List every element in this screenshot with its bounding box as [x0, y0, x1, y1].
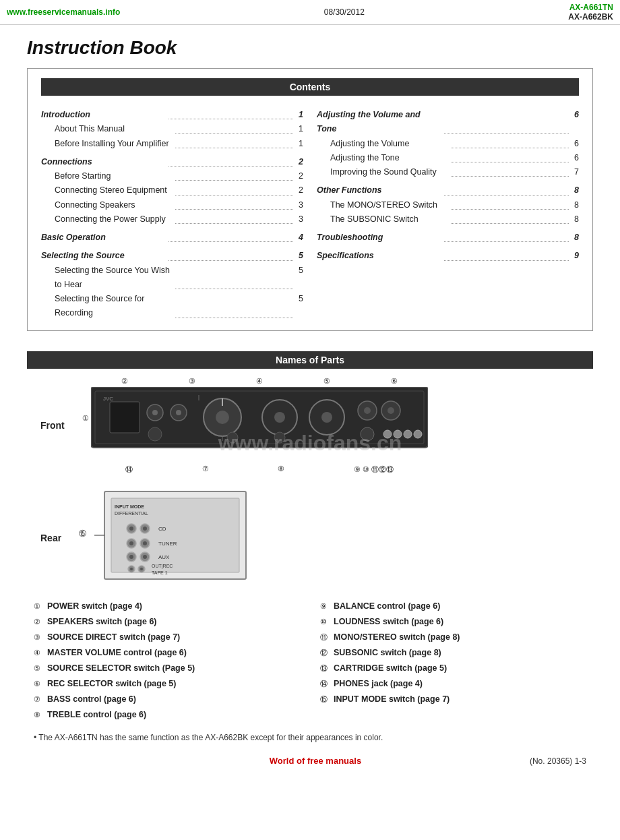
- toc-item: Before Starting2: [41, 169, 303, 183]
- svg-text:AUX: AUX: [158, 554, 170, 560]
- header-right: AX-A661TN AX-A662BK: [568, 3, 613, 22]
- toc-item: Connecting Stereo Equipment2: [41, 183, 303, 198]
- footer-note: • The AX-A661TN has the same function as…: [34, 733, 586, 742]
- svg-point-14: [321, 412, 332, 423]
- toc-item: Other Functions8: [317, 183, 579, 198]
- page-number: (No. 20365) 1-3: [530, 756, 586, 766]
- footer-area: • The AX-A661TN has the same function as…: [27, 733, 593, 771]
- svg-point-20: [383, 430, 392, 438]
- part-item: ⑭PHONES jack (page 4): [320, 676, 586, 692]
- toc-item: Adjusting the Tone6: [317, 151, 579, 165]
- toc-item: Adjusting the Volume and Tone6: [317, 108, 579, 137]
- toc-item: Selecting the Source for Recording5: [41, 292, 303, 321]
- toc-item: Before Installing Your Amplifier1: [41, 137, 303, 151]
- svg-point-44: [129, 555, 133, 559]
- toc-item: Connecting the Power Supply3: [41, 212, 303, 227]
- toc-item: Connections2: [41, 155, 303, 169]
- part-item: ①POWER switch (page 4): [34, 599, 300, 614]
- svg-point-7: [176, 410, 181, 415]
- parts-list: ①POWER switch (page 4)②SPEAKERS switch (…: [27, 599, 593, 723]
- header-bar: www.freeservicemanuals.info 08/30/2012 A…: [0, 0, 620, 25]
- footer-bottom: World of free manuals (No. 20365) 1-3: [34, 756, 586, 771]
- svg-point-12: [274, 412, 285, 423]
- toc-item: About This Manual1: [41, 122, 303, 136]
- model-line2: AX-A662BK: [568, 12, 613, 22]
- left-url: www.freeservicemanuals.info: [7, 7, 120, 17]
- part-item: ④MASTER VOLUME control (page 6): [34, 645, 300, 661]
- toc-right-col: Adjusting the Volume and Tone6Adjusting …: [317, 104, 579, 321]
- parts-section: Names of Parts www.radiofans.cn Front ② …: [27, 351, 593, 771]
- toc-item: Improving the Sound Quality7: [317, 165, 579, 179]
- model-line1: AX-A661TN: [568, 3, 613, 12]
- toc-item: Introduction1: [41, 108, 303, 122]
- svg-text:TUNER: TUNER: [158, 541, 177, 547]
- parts-right-col: ⑨BALANCE control (page 6)⑩LOUDNESS switc…: [320, 599, 586, 723]
- svg-point-24: [148, 427, 162, 441]
- page-title: Instruction Book: [27, 37, 593, 59]
- parts-header: Names of Parts: [27, 351, 593, 369]
- rear-diagram-area: Rear ⑮ INPUT MODE DIFFERENTIAL: [40, 488, 593, 588]
- svg-text:INPUT MODE: INPUT MODE: [115, 504, 144, 509]
- top-labels: ② ③ ④ ⑤ ⑥: [91, 377, 428, 386]
- toc-item: Basic Operation4: [41, 231, 303, 245]
- svg-point-39: [129, 541, 133, 545]
- svg-point-34: [129, 527, 133, 531]
- part-item: ⑨BALANCE control (page 6): [320, 599, 586, 614]
- toc-item: Selecting the Source You Wish to Hear5: [41, 264, 303, 293]
- parts-columns: ①POWER switch (page 4)②SPEAKERS switch (…: [34, 599, 586, 723]
- svg-point-49: [130, 568, 133, 570]
- toc-item: Specifications9: [317, 249, 579, 263]
- front-diagram-area: Front ② ③ ④ ⑤ ⑥: [40, 377, 593, 475]
- svg-point-21: [394, 430, 402, 438]
- toc-item: Selecting the Source5: [41, 249, 303, 263]
- part-item: ③SOURCE DIRECT switch (page 7): [34, 630, 300, 645]
- part-item: ②SPEAKERS switch (page 6): [34, 614, 300, 630]
- svg-point-51: [140, 568, 143, 570]
- svg-point-25: [227, 432, 238, 443]
- part-item: ⑤SOURCE SELECTOR switch (Page 5): [34, 661, 300, 676]
- svg-point-19: [361, 427, 374, 441]
- num-label-1: ①: [82, 414, 89, 423]
- front-label: Front: [40, 420, 78, 431]
- header-date: 08/30/2012: [324, 7, 365, 17]
- toc-item: The MONO/STEREO Switch8: [317, 198, 579, 212]
- rear-panel-container: ⑮ INPUT MODE DIFFERENTIAL: [91, 488, 253, 588]
- diagrams-area: www.radiofans.cn Front ② ③ ④ ⑤ ⑥: [27, 377, 593, 588]
- svg-point-18: [388, 407, 394, 414]
- toc-item: The SUBSONIC Switch8: [317, 212, 579, 227]
- main-content: Instruction Book Contents Introduction1A…: [0, 25, 620, 778]
- part-item: ⑪MONO/STEREO switch (page 8): [320, 630, 586, 645]
- part-item: ⑥REC SELECTOR switch (page 5): [34, 676, 300, 692]
- toc-item: Troubleshooting8: [317, 231, 579, 245]
- front-panel-container: ② ③ ④ ⑤ ⑥ JVC: [91, 377, 428, 475]
- svg-rect-3: [110, 402, 140, 433]
- front-panel-svg: JVC: [91, 387, 428, 461]
- svg-point-23: [414, 430, 422, 438]
- world-of-manuals: World of free manuals: [101, 756, 530, 766]
- contents-section: Contents Introduction1About This Manual1…: [27, 68, 593, 331]
- svg-point-22: [404, 430, 412, 438]
- svg-point-26: [274, 432, 285, 443]
- part-item: ⑩LOUDNESS switch (page 6): [320, 614, 586, 630]
- part-item: ⑫SUBSONIC switch (page 8): [320, 645, 586, 661]
- bottom-labels: ⑭ ⑦ ⑧ ⑨ ⑩ ⑪⑫⑬: [91, 464, 428, 475]
- rear-panel-svg: INPUT MODE DIFFERENTIAL CD: [91, 488, 253, 586]
- part-item: ⑧TREBLE control (page 6): [34, 707, 300, 723]
- svg-rect-0: [91, 387, 428, 448]
- toc-item: Adjusting the Volume6: [317, 137, 579, 151]
- svg-point-5: [152, 410, 158, 415]
- part-item: ⑮INPUT MODE switch (page 7): [320, 692, 586, 707]
- toc-left-col: Introduction1About This Manual1Before In…: [41, 104, 303, 321]
- part-item: ⑦BASS control (page 6): [34, 692, 300, 707]
- svg-point-46: [143, 555, 147, 559]
- contents-columns: Introduction1About This Manual1Before In…: [41, 104, 579, 321]
- svg-point-9: [216, 411, 229, 424]
- part-item: ⑬CARTRIDGE switch (page 5): [320, 661, 586, 676]
- rear-label: Rear: [40, 533, 78, 543]
- svg-text:DIFFERENTIAL: DIFFERENTIAL: [115, 511, 148, 516]
- svg-point-36: [143, 527, 147, 531]
- svg-text:JVC: JVC: [103, 396, 113, 402]
- num-label-15: ⑮: [79, 529, 86, 539]
- svg-text:OUT|REC: OUT|REC: [152, 564, 173, 569]
- parts-left-col: ①POWER switch (page 4)②SPEAKERS switch (…: [34, 599, 300, 723]
